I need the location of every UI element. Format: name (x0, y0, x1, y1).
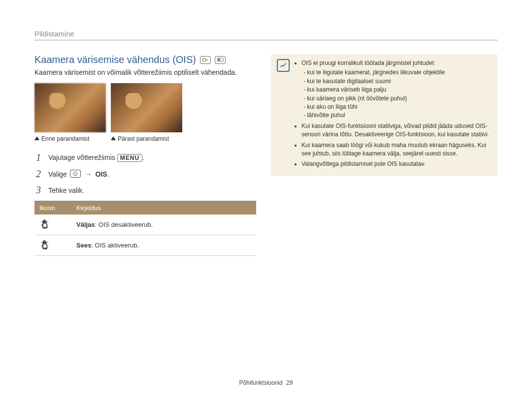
comparison-photos (34, 83, 256, 132)
arrow-right-icon: → (85, 170, 92, 178)
step-number: 2 (34, 168, 42, 180)
triangle-up-icon (111, 136, 116, 140)
ois-off-icon: OFF (39, 218, 50, 229)
program-mode-icon: P (200, 56, 211, 64)
step-1: 1 Vajutage võtterežiimis MENU. (34, 152, 256, 163)
intro-text: Kaamera värisemist on võimalik võttereži… (34, 68, 256, 76)
note-sub-item: kui te kasutate digitaalset suumi (303, 77, 490, 86)
note-lead: OIS ei pruugi korralikult töötada järgmi… (301, 60, 435, 66)
svg-rect-3 (218, 59, 220, 61)
note-tripod: Kui kasutate OIS-funktsiooni statiiviga,… (301, 122, 490, 139)
camera-icon (70, 170, 81, 178)
note-knock: Kui kaamera saab löögi või kukub maha mu… (301, 141, 490, 158)
step-number: 3 (34, 185, 42, 196)
note-sub-item: kui kaamera väriseb liiga palju (303, 86, 490, 94)
row-desc: : OIS desaktiveerub. (95, 221, 153, 228)
note-burst: Valangvõttega pildistamisel pole OIS kas… (301, 160, 490, 168)
scene-mode-icon (215, 56, 226, 64)
table-row: OFF Väljas: OIS desaktiveerub. (34, 215, 256, 235)
note-icon (277, 59, 290, 72)
page-title: Kaamera värisemise vähendus (OIS) (34, 54, 196, 65)
note-sub-item: kui aku on liiga tühi (303, 103, 490, 111)
caption-after: Pärast parandamist (111, 135, 182, 142)
step-2: 2 Valige → OIS. (34, 168, 256, 180)
row-label: Väljas (76, 221, 95, 228)
photo-after (111, 83, 182, 132)
step-1-text: Vajutage võtterežiimis (48, 154, 117, 161)
svg-text:P: P (206, 58, 208, 62)
svg-point-0 (202, 58, 205, 61)
step-number: 1 (34, 152, 42, 163)
page-number: 29 (286, 379, 293, 386)
section-header: Pildistamine (34, 30, 498, 40)
col-desc: Kirjeldus (71, 201, 256, 215)
step-3-text: Tehke valik. (48, 186, 84, 194)
steps-list: 1 Vajutage võtterežiimis MENU. 2 Valige … (34, 152, 256, 196)
row-desc: : OIS aktiveerub. (91, 242, 139, 249)
photo-before (34, 83, 106, 132)
row-label: Sees (76, 242, 91, 249)
footer-label: Põhifunktsioonid (239, 379, 283, 386)
col-icon: Ikoon (34, 201, 71, 215)
triangle-up-icon (34, 136, 39, 140)
menu-button-label: MENU (117, 154, 142, 162)
page-footer: Põhifunktsioonid 29 (0, 379, 532, 386)
step-2-text: Valige (48, 170, 69, 178)
svg-text:OFF: OFF (42, 226, 48, 229)
note-sub-item: kui säriaeg on pikk (nt öövõtete puhul) (303, 94, 490, 103)
note-sub-item: lähivõtte puhul (303, 111, 490, 120)
ois-on-icon: OIS (39, 239, 50, 250)
step-3: 3 Tehke valik. (34, 185, 256, 196)
table-row: OIS Sees: OIS aktiveerub. (34, 235, 256, 256)
step-2-target: OIS (96, 170, 107, 178)
note-sub-item: kui te liigutate kaamerat, järgnedes lii… (303, 68, 490, 77)
svg-text:OIS: OIS (42, 247, 47, 250)
caption-before: Enne parandamist (34, 135, 106, 142)
options-table: Ikoon Kirjeldus OFF Väljas: OIS desaktiv… (34, 201, 256, 256)
note-box: OIS ei pruugi korralikult töötada järgmi… (271, 54, 498, 176)
